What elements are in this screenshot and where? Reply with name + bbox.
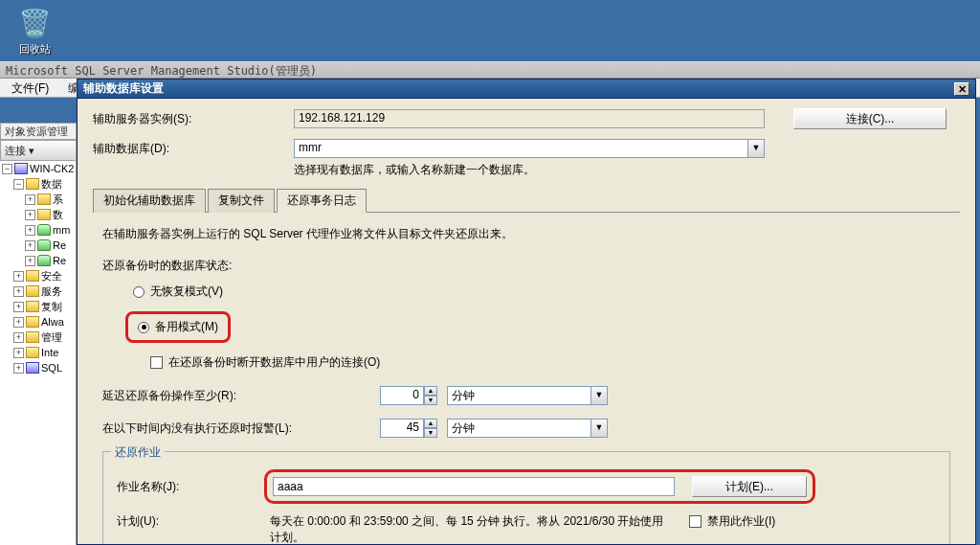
connect-button[interactable]: 连接(C)...: [793, 108, 947, 129]
delay-unit-value: 分钟: [447, 386, 590, 405]
tree-node-security[interactable]: +安全: [0, 268, 76, 284]
dialog-tabs: 初始化辅助数据库 复制文件 还原事务日志: [93, 188, 960, 213]
tree-node-server[interactable]: −WIN-CK2: [0, 161, 76, 176]
alert-unit-value: 分钟: [447, 419, 590, 438]
alert-label: 在以下时间内没有执行还原时报警(L):: [102, 420, 380, 437]
checkbox-disconnect[interactable]: [150, 356, 163, 369]
dialog-titlebar: 辅助数据库设置 ✕: [78, 79, 975, 99]
checkbox-disconnect-label: 在还原备份时断开数据库中用户的连接(O): [168, 354, 380, 371]
chevron-down-icon[interactable]: ▼: [590, 419, 608, 438]
restore-job-fieldset: 还原作业 作业名称(J): 计划(E)... 计划(U): 每天在 0:00:0…: [102, 451, 950, 544]
tree-node-mm[interactable]: +mm: [0, 222, 76, 238]
secondary-db-value: mmr: [294, 139, 747, 158]
tree-node-sysdb[interactable]: +系: [0, 192, 76, 207]
close-icon[interactable]: ✕: [954, 82, 969, 96]
checkbox-disable-job[interactable]: [689, 515, 702, 528]
disable-job-row[interactable]: 禁用此作业(I): [689, 513, 775, 530]
tab-restore-content: 在辅助服务器实例上运行的 SQL Server 代理作业将文件从目标文件夹还原出…: [93, 213, 960, 544]
app-titlebar: Microsoft SQL Server Management Studio(管…: [0, 61, 980, 79]
radio-norecover-row[interactable]: 无恢复模式(V): [133, 284, 950, 300]
delay-spinner[interactable]: 0 ▲▼: [380, 386, 437, 405]
alert-spinner[interactable]: 45 ▲▼: [380, 419, 437, 438]
tree-node-always[interactable]: +Alwa: [0, 314, 76, 329]
spinner-up-icon[interactable]: ▲: [424, 386, 437, 396]
radio-standby[interactable]: [138, 322, 149, 333]
tree-node-snapshot[interactable]: +数: [0, 207, 76, 222]
server-instance-value: 192.168.121.129: [294, 109, 765, 128]
server-instance-label: 辅助服务器实例(S):: [93, 111, 294, 127]
tree-node-sql-agent[interactable]: +SQL: [0, 360, 76, 375]
tab-restore[interactable]: 还原事务日志: [277, 189, 367, 213]
tree-node-replication[interactable]: +复制: [0, 299, 76, 314]
radio-norecover-label: 无恢复模式(V): [150, 284, 223, 300]
secondary-db-hint: 选择现有数据库，或输入名称新建一个数据库。: [294, 162, 960, 178]
checkbox-disable-job-label: 禁用此作业(I): [707, 513, 775, 530]
recycle-bin[interactable]: 🗑️ 回收站: [4, 4, 65, 57]
restore-job-legend: 还原作业: [111, 444, 165, 461]
schedule-button[interactable]: 计划(E)...: [692, 476, 807, 497]
jobname-label: 作业名称(J):: [117, 479, 264, 495]
plan-label: 计划(U):: [117, 513, 270, 530]
radio-norecover[interactable]: [133, 286, 145, 298]
tree-node-server-obj[interactable]: +服务: [0, 284, 76, 299]
chevron-down-icon[interactable]: ▼: [747, 139, 765, 158]
tree-node-databases[interactable]: −数据: [0, 176, 76, 192]
alert-value[interactable]: 45: [380, 419, 424, 438]
secondary-db-select[interactable]: mmr ▼: [294, 139, 765, 158]
db-state-label: 还原备份时的数据库状态:: [102, 258, 950, 274]
jobname-input[interactable]: [273, 477, 675, 496]
disconnect-users-row[interactable]: 在还原备份时断开数据库中用户的连接(O): [150, 354, 950, 371]
tab-desc: 在辅助服务器实例上运行的 SQL Server 代理作业将文件从目标文件夹还原出…: [102, 226, 950, 242]
standby-highlight: 备用模式(M): [125, 311, 231, 343]
delay-value[interactable]: 0: [380, 386, 424, 405]
recycle-bin-label: 回收站: [4, 42, 65, 57]
tree-node-re[interactable]: +Re: [0, 238, 76, 253]
menu-file[interactable]: 文件(F): [4, 79, 56, 97]
dialog-body: 辅助服务器实例(S): 192.168.121.129 连接(C)... 辅助数…: [78, 99, 975, 544]
secondary-db-label: 辅助数据库(D):: [93, 141, 294, 157]
object-explorer-header: 对象资源管理器: [0, 123, 77, 140]
chevron-down-icon[interactable]: ▼: [590, 386, 608, 405]
radio-standby-label: 备用模式(M): [155, 319, 218, 335]
tree-node-re2[interactable]: +Re: [0, 253, 76, 268]
tab-init[interactable]: 初始化辅助数据库: [93, 189, 206, 213]
tree-node-integration[interactable]: +Inte: [0, 345, 76, 360]
recycle-bin-icon: 🗑️: [15, 4, 54, 42]
delay-label: 延迟还原备份操作至少(R):: [102, 388, 380, 404]
tab-copy[interactable]: 复制文件: [208, 189, 275, 213]
spinner-down-icon[interactable]: ▼: [424, 396, 437, 405]
secondary-db-settings-dialog: 辅助数据库设置 ✕ 辅助服务器实例(S): 192.168.121.129 连接…: [77, 79, 976, 545]
object-explorer-tree: −WIN-CK2 −数据 +系 +数 +mm +Re +Re +安全 +服务 +…: [0, 161, 77, 545]
object-explorer-connect[interactable]: 连接 ▾: [0, 140, 77, 161]
jobname-highlight: 计划(E)...: [264, 469, 815, 504]
plan-desc-text: 每天在 0:00:00 和 23:59:00 之间、每 15 分钟 执行。将从 …: [270, 513, 672, 544]
spinner-down-icon[interactable]: ▼: [424, 428, 437, 438]
dialog-title-text: 辅助数据库设置: [83, 80, 164, 97]
tree-node-manage[interactable]: +管理: [0, 329, 76, 345]
spinner-up-icon[interactable]: ▲: [424, 419, 437, 428]
alert-unit-select[interactable]: 分钟 ▼: [447, 419, 608, 438]
delay-unit-select[interactable]: 分钟 ▼: [447, 386, 608, 405]
